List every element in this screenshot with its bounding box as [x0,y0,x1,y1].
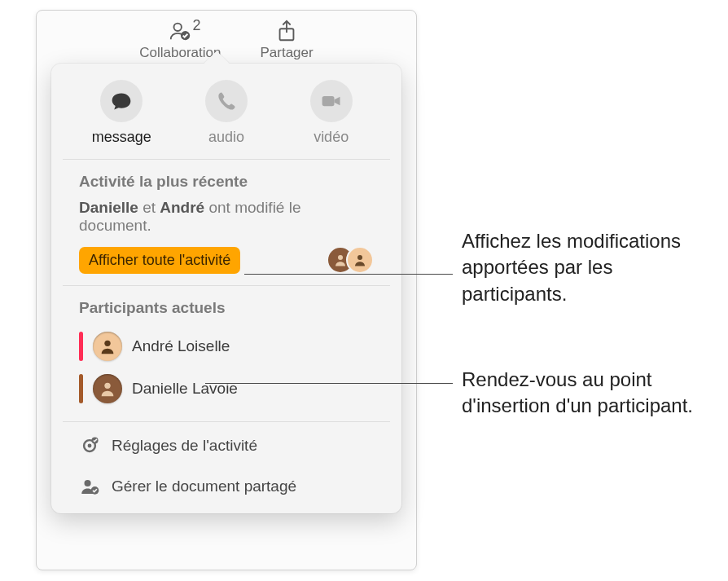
avatar-icon [93,332,122,361]
svg-point-6 [104,341,110,346]
svg-point-7 [104,383,110,389]
participant-row[interactable]: Danielle Lavoie [79,368,374,410]
callout-participant: Rendez-vous au point d'insertion d'un pa… [462,367,722,420]
phone-icon [205,80,248,122]
toolbar-collaboration-button[interactable]: 2 Collaboration [139,19,221,61]
activity-settings-label: Réglages de l'activité [112,437,257,455]
activity-settings-row[interactable]: Réglages de l'activité [79,425,374,466]
callout-line [244,274,453,275]
contact-video-button[interactable]: vidéo [287,80,376,146]
activity-avatar-stack [327,246,374,274]
contact-row: message audio vidéo [63,64,390,160]
avatar-icon [93,374,122,403]
toolbar-share-label: Partager [260,45,313,61]
manage-shared-label: Gérer le document partagé [112,478,296,495]
toolbar-share-button[interactable]: Partager [260,19,313,61]
collaboration-icon: 2 [168,19,192,43]
activity-name-1: Danielle [79,199,138,216]
participant-name: André Loiselle [132,337,230,355]
collaboration-count: 2 [192,17,200,34]
gear-badge-icon [79,435,100,456]
svg-point-8 [88,444,92,448]
participants-title: Participants actuels [79,299,374,317]
toolbar: 2 Collaboration Partager [37,11,416,68]
contact-audio-button[interactable]: audio [182,80,271,146]
people-badge-icon [79,476,100,497]
message-icon [100,80,143,122]
presence-bar [79,374,83,403]
activity-summary: Danielle et André ont modifié le documen… [79,199,374,235]
show-all-activity-button[interactable]: Afficher toute l'activité [79,247,240,274]
recent-activity-section: Activité la plus récente Danielle et And… [63,160,390,286]
svg-point-4 [338,255,343,260]
video-icon [310,80,353,122]
recent-activity-title: Activité la plus récente [79,173,374,191]
avatar-icon [346,246,374,274]
action-list: Réglages de l'activité Gérer le document… [63,422,390,507]
contact-message-button[interactable]: message [77,80,166,146]
presence-bar [79,332,83,361]
manage-shared-row[interactable]: Gérer le document partagé [79,466,374,507]
contact-video-label: vidéo [314,129,349,146]
callout-activity: Affichez les modifications apportées par… [462,228,722,307]
svg-rect-3 [322,96,334,106]
activity-connector: et [143,199,156,216]
activity-row: Afficher toute l'activité [79,246,374,274]
contact-message-label: message [92,129,151,146]
callout-line [205,383,453,384]
svg-point-10 [85,480,91,486]
participant-row[interactable]: André Loiselle [79,325,374,368]
participants-section: Participants actuels André Loiselle Dani… [63,286,390,422]
svg-point-0 [174,24,182,31]
share-icon [274,19,299,43]
contact-audio-label: audio [208,129,244,146]
collaboration-popover: message audio vidéo Activité la plus réc… [51,64,401,513]
svg-point-5 [357,255,362,260]
activity-name-2: André [160,199,204,216]
